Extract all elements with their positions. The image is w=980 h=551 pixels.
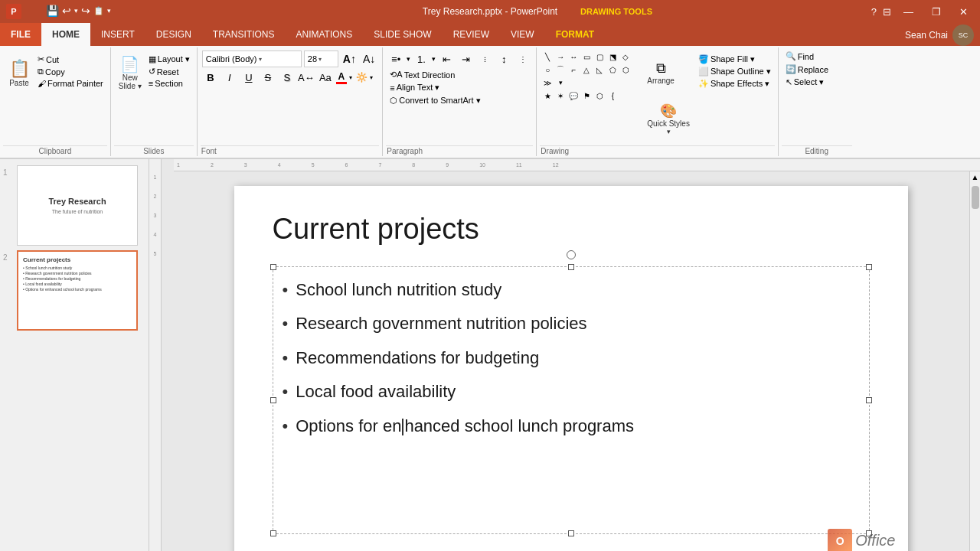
shape-diamond[interactable]: ◇ — [619, 51, 632, 63]
content-textbox[interactable]: • School lunch nutrition study • Researc… — [273, 266, 870, 534]
shape-star6[interactable]: ✶ — [554, 90, 567, 102]
highlight-arrow[interactable]: ▾ — [370, 74, 373, 81]
increase-font-btn[interactable]: A↑ — [341, 52, 358, 66]
font-color-arrow[interactable]: ▾ — [349, 74, 352, 81]
handle-bl[interactable] — [270, 530, 276, 536]
shadow-btn[interactable]: S — [279, 69, 296, 86]
handle-ml[interactable] — [270, 397, 276, 403]
restore-btn[interactable]: ❐ — [926, 6, 947, 18]
para-spacing-btn[interactable]: ⋮ — [514, 51, 531, 67]
shape-connector[interactable]: ⌐ — [567, 64, 580, 76]
tab-view[interactable]: VIEW — [500, 23, 545, 46]
minimize-btn[interactable]: — — [897, 6, 920, 18]
shape-snip-rect[interactable]: ⬔ — [606, 51, 619, 63]
close-btn[interactable]: ✕ — [953, 6, 974, 18]
shape-arrow[interactable]: → — [554, 51, 567, 63]
tab-transitions[interactable]: TRANSITIONS — [202, 23, 286, 46]
shape-effects-btn[interactable]: ✨ Shape Effects ▾ — [696, 78, 773, 90]
paste-btn[interactable]: 📋 Paste — [5, 51, 34, 95]
format-painter-btn[interactable]: 🖌 Format Painter — [35, 78, 106, 89]
save-qat-btn[interactable]: 💾 — [46, 5, 59, 17]
shape-triangle[interactable]: △ — [580, 64, 593, 76]
decrease-indent-btn[interactable]: ⇤ — [438, 51, 455, 67]
select-btn[interactable]: ↖ Select ▾ — [783, 77, 851, 88]
bullets-btn[interactable]: ≡• — [387, 51, 404, 67]
shape-double-arrow[interactable]: ↔ — [567, 51, 580, 63]
shape-callout[interactable]: 💬 — [567, 90, 580, 102]
underline-btn[interactable]: U — [240, 69, 257, 86]
shape-fill-btn[interactable]: 🪣 Shape Fill ▾ — [696, 54, 773, 65]
font-name-select[interactable]: Calibri (Body) ▾ — [202, 51, 302, 67]
bold-btn[interactable]: B — [202, 69, 219, 86]
change-case-btn[interactable]: Aa — [317, 69, 334, 86]
strikethrough-btn[interactable]: S — [260, 69, 276, 86]
tab-design[interactable]: DESIGN — [145, 23, 202, 46]
italic-btn[interactable]: I — [221, 69, 238, 86]
undo-btn[interactable]: ↩ — [62, 5, 71, 17]
arrange-btn[interactable]: ⧉ Arrange — [644, 51, 678, 95]
numbering-arrow[interactable]: ▾ — [432, 55, 436, 63]
bullets-arrow[interactable]: ▾ — [407, 55, 410, 63]
handle-bc[interactable] — [568, 530, 574, 536]
shape-chevron[interactable]: ≫ — [541, 77, 554, 89]
tab-slideshow[interactable]: SLIDE SHOW — [363, 23, 442, 46]
replace-btn[interactable]: 🔄 Replace — [783, 64, 851, 75]
tab-animations[interactable]: ANIMATIONS — [285, 23, 363, 46]
tab-format[interactable]: FORMAT — [545, 23, 605, 46]
increase-indent-btn[interactable]: ⇥ — [457, 51, 474, 67]
shape-more[interactable]: ▾ — [554, 77, 567, 89]
slide-preview-2[interactable]: Current projects • School lunch nutritio… — [17, 250, 138, 331]
scroll-thumb[interactable] — [972, 186, 979, 209]
font-size-select[interactable]: 28 ▾ — [304, 51, 338, 67]
shape-right-triangle[interactable]: ◺ — [593, 64, 606, 76]
tab-insert[interactable]: INSERT — [90, 23, 145, 46]
shape-rounded-rect[interactable]: ▢ — [593, 51, 606, 63]
shape-pentagon[interactable]: ⬠ — [606, 64, 619, 76]
slide-preview-1[interactable]: Trey Research The future of nutrition — [17, 165, 138, 246]
shape-cube[interactable]: ⬡ — [593, 90, 606, 102]
tab-review[interactable]: REVIEW — [443, 23, 500, 46]
find-btn[interactable]: 🔍 Find — [783, 51, 851, 62]
layout-btn[interactable]: ▦ Layout ▾ — [146, 54, 192, 65]
slide-thumb-2[interactable]: 2 Current projects • School lunch nutrit… — [3, 250, 145, 331]
shape-line[interactable]: ╲ — [541, 51, 554, 63]
shape-hex[interactable]: ⬡ — [619, 64, 632, 76]
undo-dropdown[interactable]: ▾ — [74, 7, 78, 15]
handle-tr[interactable] — [866, 264, 872, 270]
section-btn[interactable]: ≡ Section — [146, 78, 192, 89]
scroll-up-btn[interactable]: ▲ — [970, 171, 980, 183]
copy-btn[interactable]: ⧉ Copy — [35, 66, 106, 77]
user-avatar[interactable]: SC — [952, 24, 974, 46]
shape-brace[interactable]: { — [606, 90, 619, 102]
qat-settings[interactable]: 📋 — [93, 6, 104, 16]
shape-oval[interactable]: ○ — [541, 64, 554, 76]
decrease-font-btn[interactable]: A↓ — [361, 52, 377, 66]
ribbon-toggle[interactable]: ⊟ — [883, 6, 891, 18]
line-spacing-btn[interactable]: ↕ — [495, 51, 512, 67]
rotate-handle[interactable] — [567, 250, 576, 259]
help-btn[interactable]: ? — [871, 6, 877, 18]
handle-tl[interactable] — [270, 264, 276, 270]
shape-banner[interactable]: ⚑ — [580, 90, 593, 102]
vertical-scrollbar[interactable]: ▲ ▼ — [969, 171, 980, 551]
highlight-btn[interactable]: 🔆 — [356, 72, 368, 83]
char-spacing-btn[interactable]: A↔ — [298, 69, 315, 86]
shape-rect[interactable]: ▭ — [580, 51, 593, 63]
qat-more[interactable]: ▾ — [107, 7, 111, 15]
font-color-btn[interactable]: A — [336, 71, 347, 84]
align-text-btn[interactable]: ≡ Align Text ▾ — [387, 82, 442, 93]
shape-star5[interactable]: ★ — [541, 90, 554, 102]
new-slide-btn[interactable]: 📄 New Slide ▾ — [116, 51, 145, 95]
redo-btn[interactable]: ↪ — [81, 5, 90, 17]
shape-curve[interactable]: ⌒ — [554, 64, 567, 76]
slide-thumb-1[interactable]: 1 Trey Research The future of nutrition — [3, 165, 145, 246]
numbering-btn[interactable]: 1. — [413, 51, 430, 67]
handle-tc[interactable] — [568, 264, 574, 270]
convert-smartart-btn[interactable]: ⬡ Convert to SmartArt ▾ — [387, 95, 482, 106]
quick-styles-btn[interactable]: 🎨 Quick Styles ▾ — [644, 96, 693, 141]
cut-btn[interactable]: ✂ Cut — [35, 54, 106, 65]
tab-home[interactable]: HOME — [41, 23, 90, 46]
handle-mr[interactable] — [866, 397, 872, 403]
shape-outline-btn[interactable]: ⬜ Shape Outline ▾ — [696, 66, 773, 77]
text-direction-btn[interactable]: ⟲A Text Direction — [387, 69, 457, 80]
